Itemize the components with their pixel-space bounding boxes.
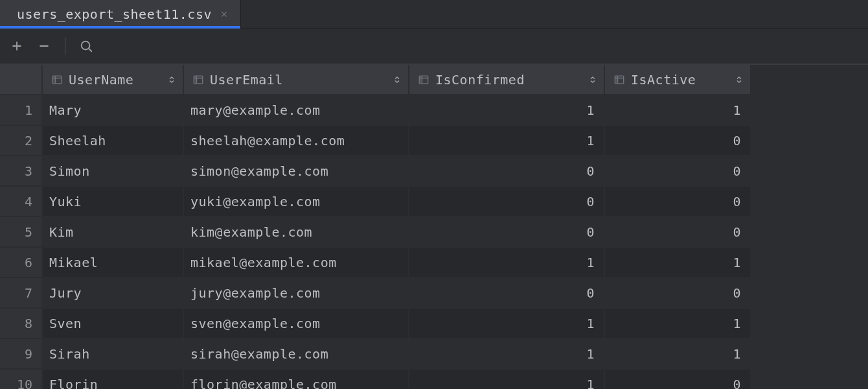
svg-rect-6 [419, 76, 422, 84]
cell-useremail[interactable]: mary@example.com [184, 95, 409, 126]
cell-isactive[interactable]: 1 [605, 248, 751, 278]
cell-useremail[interactable]: jury@example.com [184, 278, 409, 309]
cell-isactive[interactable]: 1 [605, 339, 751, 370]
cell-useremail[interactable]: florin@example.com [184, 370, 409, 389]
cell-isconfirmed[interactable]: 0 [409, 278, 605, 309]
cell-useremail[interactable]: mikael@example.com [184, 248, 409, 278]
editor-tab-csv[interactable]: users_export_sheet11.csv [0, 0, 241, 28]
table-row: 3Simonsimon@example.com00 [0, 156, 751, 187]
column-icon [51, 73, 63, 86]
column-header-label: UserEmail [210, 72, 387, 88]
column-header-label: IsConfirmed [435, 72, 583, 88]
column-icon [417, 73, 430, 86]
svg-rect-8 [615, 76, 617, 84]
cell-username[interactable]: Sven [43, 309, 184, 339]
active-tab-underline [0, 26, 240, 29]
editor-tab-filename: users_export_sheet11.csv [17, 6, 212, 22]
cell-username[interactable]: Simon [43, 156, 184, 187]
editor-tabbar: users_export_sheet11.csv [0, 0, 868, 29]
header-row: UserName UserEmail IsConfirmed [0, 65, 751, 95]
svg-rect-4 [194, 76, 196, 84]
close-tab-button[interactable] [218, 8, 230, 20]
row-number[interactable]: 6 [0, 248, 43, 278]
cell-username[interactable]: Jury [43, 278, 184, 309]
cell-useremail[interactable]: kim@example.com [184, 217, 409, 248]
row-number[interactable]: 3 [0, 156, 43, 187]
row-number[interactable]: 9 [0, 339, 43, 370]
table-row: 4Yukiyuki@example.com00 [0, 187, 751, 217]
row-number[interactable]: 10 [0, 370, 43, 389]
cell-isconfirmed[interactable]: 1 [409, 370, 605, 389]
sort-indicator-icon [735, 76, 744, 84]
cell-useremail[interactable]: sven@example.com [184, 309, 409, 339]
table-row: 5Kimkim@example.com00 [0, 217, 751, 248]
cell-isconfirmed[interactable]: 1 [409, 339, 605, 370]
cell-isactive[interactable]: 0 [605, 126, 751, 156]
sort-indicator-icon [167, 76, 176, 84]
cell-isactive[interactable]: 1 [605, 95, 751, 126]
remove-row-button[interactable] [31, 33, 57, 59]
column-header-username[interactable]: UserName [43, 65, 184, 95]
row-number[interactable]: 7 [0, 278, 43, 309]
sort-indicator-icon [393, 76, 402, 84]
cell-isactive[interactable]: 0 [605, 156, 751, 187]
cell-isactive[interactable]: 0 [605, 187, 751, 217]
cell-isactive[interactable]: 0 [605, 217, 751, 248]
column-header-isconfirmed[interactable]: IsConfirmed [409, 65, 605, 95]
table-toolbar [0, 29, 868, 65]
cell-useremail[interactable]: yuki@example.com [184, 187, 409, 217]
cell-username[interactable]: Sheelah [43, 126, 184, 156]
rownum-header [0, 65, 43, 95]
cell-username[interactable]: Yuki [43, 187, 184, 217]
cell-username[interactable]: Mary [43, 95, 184, 126]
cell-useremail[interactable]: simon@example.com [184, 156, 409, 187]
cell-isactive[interactable]: 0 [605, 278, 751, 309]
column-header-label: IsActive [631, 72, 729, 88]
column-icon [192, 73, 205, 86]
data-grid: UserName UserEmail IsConfirmed [0, 65, 868, 389]
column-header-useremail[interactable]: UserEmail [184, 65, 409, 95]
cell-useremail[interactable]: sheelah@example.com [184, 126, 409, 156]
cell-username[interactable]: Sirah [43, 339, 184, 370]
cell-username[interactable]: Mikael [43, 248, 184, 278]
svg-rect-2 [52, 76, 55, 84]
cell-isconfirmed[interactable]: 0 [409, 217, 605, 248]
cell-isconfirmed[interactable]: 1 [409, 248, 605, 278]
table-row: 6Mikaelmikael@example.com11 [0, 248, 751, 278]
cell-username[interactable]: Florin [43, 370, 184, 389]
search-button[interactable] [73, 33, 99, 59]
cell-isconfirmed[interactable]: 1 [409, 309, 605, 339]
row-number[interactable]: 5 [0, 217, 43, 248]
row-number[interactable]: 8 [0, 309, 43, 339]
cell-isconfirmed[interactable]: 0 [409, 187, 605, 217]
table-row: 10Florinflorin@example.com10 [0, 370, 751, 389]
cell-isconfirmed[interactable]: 0 [409, 156, 605, 187]
table-row: 2Sheelahsheelah@example.com10 [0, 126, 751, 156]
column-header-isactive[interactable]: IsActive [605, 65, 751, 95]
cell-isactive[interactable]: 1 [605, 309, 751, 339]
cell-isconfirmed[interactable]: 1 [409, 126, 605, 156]
table-row: 9Sirahsirah@example.com11 [0, 339, 751, 370]
cell-isconfirmed[interactable]: 1 [409, 95, 605, 126]
toolbar-separator [65, 37, 65, 55]
cell-username[interactable]: Kim [43, 217, 184, 248]
table-row: 8Svensven@example.com11 [0, 309, 751, 339]
row-number[interactable]: 1 [0, 95, 43, 126]
sort-indicator-icon [588, 76, 597, 84]
cell-useremail[interactable]: sirah@example.com [184, 339, 409, 370]
cell-isactive[interactable]: 0 [605, 370, 751, 389]
column-header-label: UserName [69, 72, 162, 88]
row-number[interactable]: 2 [0, 126, 43, 156]
table-row: 1Marymary@example.com11 [0, 95, 751, 126]
column-icon [613, 73, 626, 86]
table-row: 7Juryjury@example.com00 [0, 278, 751, 309]
add-row-button[interactable] [4, 33, 30, 59]
row-number[interactable]: 4 [0, 187, 43, 217]
